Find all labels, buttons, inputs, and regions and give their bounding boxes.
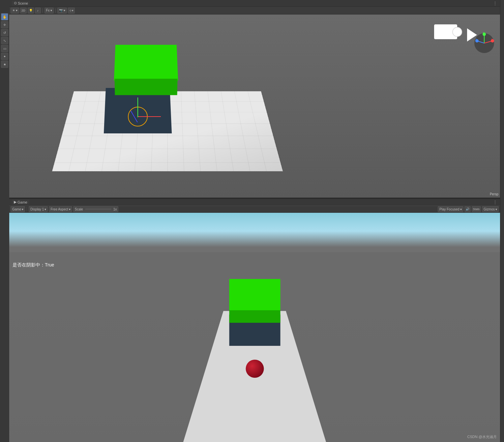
gizmos-game-chevron-icon: ▾ [495,207,497,211]
center-column: ⊙ Scene ⋮ ☀ ▾ 2D 💡 ♪ Fx [9,0,500,442]
hand-tool-btn[interactable]: ✋ [1,13,8,20]
audio-mute-btn[interactable]: 🔊 [464,206,471,212]
game-tab[interactable]: ▶ Game [12,200,29,205]
rotate-tool-btn[interactable]: ↺ [1,29,8,36]
custom-tool-btn[interactable]: ★ [1,61,8,68]
svg-text:X: X [491,38,493,41]
svg-text:Z: Z [475,38,477,41]
sep1 [43,8,43,13]
shadow-text: 是否在阴影中：True [13,262,54,268]
game-toolbar-right: Play Focused ▾ 🔊 Stats Gizmos ▾ [438,206,499,212]
scene-camera-dropdown[interactable]: 📷 ▾ [57,8,67,14]
game-tab-label: Game [17,200,27,204]
shading-dropdown[interactable]: ☀ ▾ [11,8,19,14]
game-tab-icon: ▶ [14,200,16,204]
game-chevron-icon: ▾ [22,207,23,211]
gizmos-icon: ⊹ [69,9,72,12]
sep2 [55,8,56,13]
display-dropdown[interactable]: Display 1 ▾ [29,206,48,212]
display-label: Display 1 [30,207,44,211]
aspect-label: Free Aspect [50,207,68,211]
camera-object [434,24,464,44]
game-cube-top-face [229,279,280,310]
scene-panel: ⊙ Scene ⋮ ☀ ▾ 2D 💡 ♪ Fx [9,0,500,198]
gizmo-y-axis [137,97,138,117]
lighting-btn[interactable]: 💡 [28,8,34,14]
scale-slider[interactable] [85,208,111,210]
display-chevron-icon: ▾ [44,207,46,211]
game-cube-front-face [229,310,280,323]
watermark: CSDN @水光涵月 [467,434,497,439]
shading-icon: ☀ [12,9,15,12]
game-dropdown[interactable]: Game ▾ [11,206,25,212]
right-panel-edge [500,0,504,442]
audio-btn[interactable]: ♪ [35,8,41,14]
scene-toolbar: ☀ ▾ 2D 💡 ♪ Fx ▾ 📷 ▾ ⊹ [9,7,500,14]
transform-gizmo [128,107,148,126]
game-label: Game [12,207,21,211]
scene-tab-bar: ⊙ Scene ⋮ [9,0,500,7]
play-focused-dropdown[interactable]: Play Focused ▾ [438,206,463,212]
game-panel: ▶ Game ⋮ Game ▾ Display 1 ▾ Free Aspect [9,199,500,442]
camera-lens [452,27,462,37]
aspect-dropdown[interactable]: Free Aspect ▾ [49,206,72,212]
persp-label: Persp [490,192,498,196]
scale-text: Scale [75,207,83,211]
scene-tab-menu[interactable]: ⋮ [493,1,497,6]
scene-tab-label: Scene [18,1,28,5]
app-layout: ✋ ✛ ↺ ⤡ ▭ ✦ ★ ⊙ Scene ⋮ ☀ ▾ [0,0,504,442]
gizmos-game-label: Gizmos [484,207,495,211]
green-cube-top [114,45,178,80]
scale-value: 1x [113,207,117,211]
rect-tool-btn[interactable]: ▭ [1,45,8,52]
gizmos-game-dropdown[interactable]: Gizmos ▾ [482,206,499,212]
play-focused-label: Play Focused [439,207,460,211]
game-red-sphere [246,360,264,378]
svg-text:Y: Y [483,32,485,34]
shading-dropdown-group: ☀ ▾ [11,8,19,14]
move-tool-btn[interactable]: ✛ [1,21,8,28]
game-toolbar: Game ▾ Display 1 ▾ Free Aspect ▾ Scale 1… [9,206,500,213]
transform-tool-btn[interactable]: ✦ [1,53,8,60]
camera-body [434,24,457,39]
gizmo-z-axis [131,111,138,123]
scene-tab[interactable]: ⊙ Scene [12,1,30,6]
camera-chevron-icon: ▾ [64,9,65,12]
gizmos-chevron-icon: ▾ [72,9,74,12]
green-cube-front [114,79,177,95]
gizmo-x-axis [138,116,161,117]
stats-btn[interactable]: Stats [472,206,481,212]
game-viewport: 是否在阴影中：True CSDN @水光涵月 [9,213,500,442]
camera-dropdown-icon: 📷 [59,9,63,12]
effects-dropdown[interactable]: Fx ▾ [44,8,54,14]
2d-btn[interactable]: 2D [20,8,27,14]
chevron-shading-icon: ▾ [16,9,17,12]
play-focused-chevron-icon: ▾ [460,207,462,211]
effects-chevron-icon: ▾ [50,9,52,12]
left-toolbar: ✋ ✛ ↺ ⤡ ▭ ✦ ★ [0,0,9,442]
game-tab-menu[interactable]: ⋮ [493,200,497,205]
scene-viewport[interactable]: Y X Z Persp [9,14,500,198]
game-tab-bar: ▶ Game ⋮ [9,199,500,206]
game-background: 是否在阴影中：True CSDN @水光涵月 [9,213,500,442]
game-green-cube [229,279,280,323]
aspect-chevron-icon: ▾ [69,207,71,211]
effects-label: Fx [46,9,50,12]
scene-tab-icon: ⊙ [14,1,17,5]
gizmo-circle [128,107,148,126]
sep-game1 [27,207,27,211]
scale-tool-btn[interactable]: ⤡ [1,37,8,44]
green-cube [115,44,177,80]
gizmos-scene-btn[interactable]: ⊹ ▾ [68,8,75,14]
scene-background: Y X Z Persp [9,14,500,198]
scale-dropdown[interactable]: Scale 1x [73,206,119,212]
scene-gizmo-svg: Y X Z [472,31,497,57]
